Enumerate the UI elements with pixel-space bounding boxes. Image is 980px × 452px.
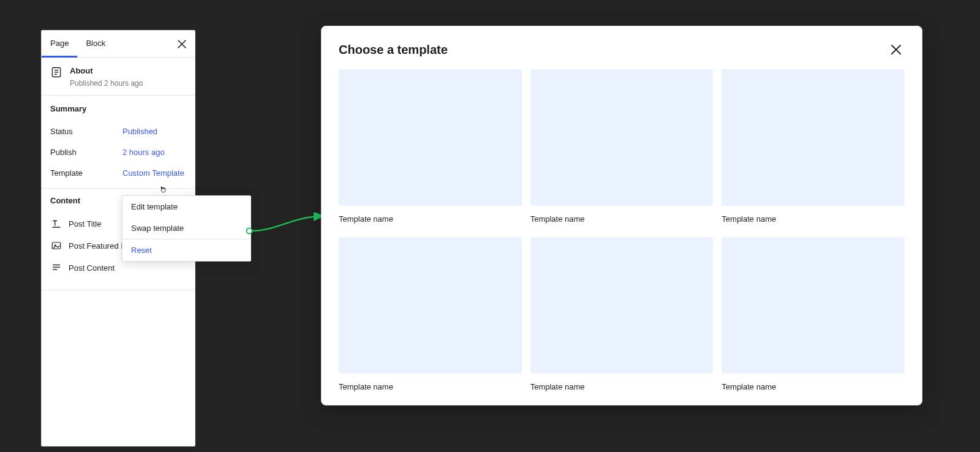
status-label: Status — [50, 127, 123, 136]
template-value[interactable]: Custom Template — [123, 168, 184, 178]
template-card[interactable]: Template name — [722, 69, 905, 224]
modal-close-button[interactable] — [888, 41, 905, 58]
close-icon — [891, 44, 902, 55]
popover-edit-template[interactable]: Edit template — [123, 196, 251, 217]
post-content-icon — [50, 262, 62, 274]
tab-block[interactable]: Block — [77, 31, 114, 58]
template-thumbnail — [530, 237, 714, 374]
template-name: Template name — [339, 382, 522, 391]
close-icon — [178, 40, 186, 48]
publish-label: Publish — [50, 148, 123, 157]
modal-title: Choose a template — [339, 43, 448, 57]
template-thumbnail — [722, 237, 905, 374]
publish-value[interactable]: 2 hours ago — [123, 148, 165, 157]
featured-image-icon — [50, 239, 62, 252]
template-label: Template — [50, 168, 123, 178]
summary-template-row: Template Custom Template — [50, 162, 186, 183]
flow-arrow-icon — [246, 213, 325, 237]
template-thumbnail — [722, 69, 905, 206]
template-thumbnail — [339, 69, 522, 206]
page-icon — [50, 66, 62, 78]
template-card[interactable]: Template name — [530, 69, 714, 224]
tab-page[interactable]: Page — [42, 31, 77, 58]
template-grid: Template name Template name Template nam… — [339, 69, 905, 391]
choose-template-modal: Choose a template Template name Template… — [321, 26, 922, 405]
summary-title: Summary — [50, 104, 186, 113]
page-header: About Published 2 hours ago — [42, 58, 195, 96]
template-name: Template name — [530, 214, 714, 224]
template-name: Template name — [339, 214, 522, 224]
template-thumbnail — [530, 69, 714, 206]
template-card[interactable]: Template name — [339, 237, 522, 391]
page-title: About — [70, 66, 143, 75]
template-card[interactable]: Template name — [530, 237, 714, 391]
summary-status-row: Status Published — [50, 121, 186, 141]
popover-swap-template[interactable]: Swap template — [123, 217, 251, 239]
sidebar-close-button[interactable] — [172, 34, 192, 55]
summary-section: Summary Status Published Publish 2 hours… — [42, 96, 195, 189]
template-name: Template name — [722, 382, 905, 391]
template-card[interactable]: Template name — [339, 69, 522, 224]
template-thumbnail — [339, 237, 522, 374]
content-item-label: Post Content — [69, 263, 115, 273]
template-popover: Edit template Swap template Reset — [122, 195, 251, 262]
status-value[interactable]: Published — [123, 127, 157, 136]
content-item-label: Post Title — [69, 219, 101, 228]
template-name: Template name — [530, 382, 714, 391]
template-card[interactable]: Template name — [722, 237, 905, 391]
template-name: Template name — [722, 214, 905, 224]
popover-reset[interactable]: Reset — [123, 239, 251, 261]
post-title-icon — [50, 217, 62, 230]
summary-publish-row: Publish 2 hours ago — [50, 141, 186, 162]
sidebar-tabs: Page Block — [42, 31, 195, 58]
page-subtitle: Published 2 hours ago — [70, 79, 143, 88]
